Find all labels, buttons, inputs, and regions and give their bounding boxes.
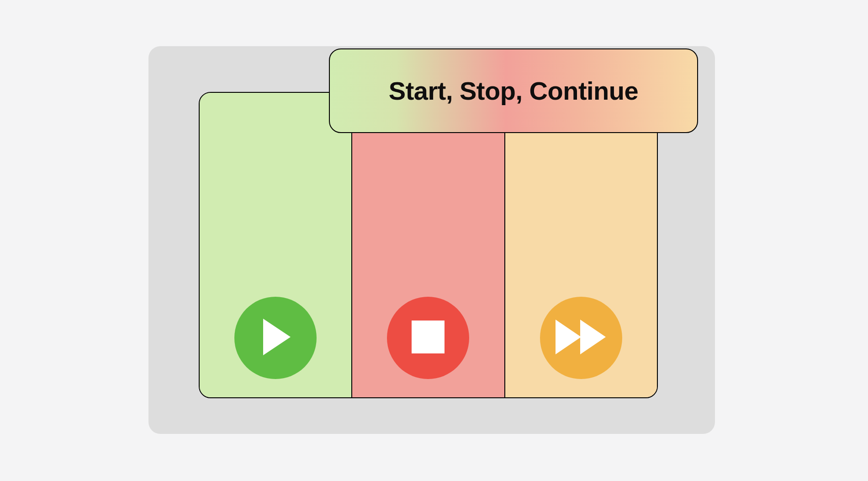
stop-panel bbox=[351, 93, 505, 397]
stop-button[interactable] bbox=[387, 297, 469, 379]
continue-button[interactable] bbox=[540, 297, 622, 379]
start-button[interactable] bbox=[234, 297, 317, 379]
svg-marker-2 bbox=[556, 320, 581, 354]
panels-container bbox=[199, 92, 658, 398]
svg-marker-3 bbox=[580, 320, 606, 354]
start-panel bbox=[200, 93, 351, 397]
stop-icon bbox=[412, 321, 445, 355]
title-text: Start, Stop, Continue bbox=[389, 76, 638, 106]
diagram-stage: Start, Stop, Continue bbox=[148, 46, 720, 435]
fast-forward-icon bbox=[554, 319, 609, 357]
play-icon bbox=[259, 319, 291, 357]
title-bar: Start, Stop, Continue bbox=[329, 48, 698, 133]
svg-rect-1 bbox=[412, 321, 445, 353]
svg-marker-0 bbox=[263, 319, 291, 355]
continue-panel bbox=[505, 93, 657, 397]
